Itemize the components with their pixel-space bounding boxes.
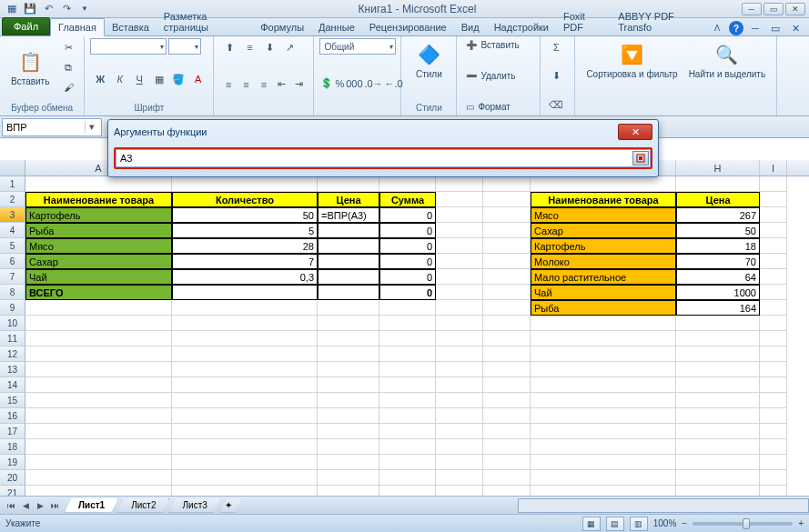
function-arguments-dialog[interactable]: Аргументы функции ✕ <box>107 119 659 177</box>
file-tab[interactable]: Файл <box>2 17 50 35</box>
undo-icon[interactable]: ↶ <box>40 2 56 16</box>
delete-cells-button[interactable]: ➖Удалить <box>462 69 534 83</box>
tab-view[interactable]: Вид <box>454 19 487 35</box>
inc-decimal-button[interactable]: .0→ <box>364 75 384 93</box>
tab-review[interactable]: Рецензирование <box>362 19 454 35</box>
sheet-area: A B C D E F G H I 1 2 Наименование товар… <box>0 160 809 496</box>
paste-button[interactable]: 📋 Вставить <box>5 45 55 90</box>
expand-range-button[interactable] <box>632 151 649 166</box>
font-size-combo[interactable] <box>168 38 201 55</box>
tab-nav-last[interactable]: ⏭ <box>47 498 62 513</box>
tab-foxit[interactable]: Foxit PDF <box>556 8 611 35</box>
tab-page-layout[interactable]: Разметка страницы <box>157 8 253 35</box>
sheet-tab[interactable]: Лист2 <box>117 498 169 513</box>
bold-button[interactable]: Ж <box>90 70 110 88</box>
range-input[interactable] <box>116 149 651 167</box>
doc-minimize-icon[interactable]: ─ <box>747 21 763 35</box>
cut-button[interactable]: ✂ <box>58 38 78 56</box>
ribbon-tabs: Файл Главная Вставка Разметка страницы Ф… <box>0 18 809 36</box>
border-button[interactable]: ▦ <box>149 70 169 88</box>
italic-button[interactable]: К <box>110 70 130 88</box>
new-sheet-button[interactable]: ✦ <box>220 498 242 513</box>
dialog-input-wrap <box>114 147 652 169</box>
tab-data[interactable]: Данные <box>311 19 362 35</box>
horizontal-scrollbar[interactable] <box>518 498 809 513</box>
orientation-button[interactable]: ↗ <box>279 38 299 56</box>
sheet-tab[interactable]: Лист3 <box>168 498 220 513</box>
align-left-button[interactable]: ≡ <box>219 75 237 94</box>
zoom-thumb[interactable] <box>743 518 750 529</box>
tab-home[interactable]: Главная <box>50 18 105 36</box>
tab-nav-first[interactable]: ⏮ <box>4 498 18 513</box>
cell[interactable] <box>25 176 172 192</box>
indent-dec-button[interactable]: ⇤ <box>273 75 290 94</box>
redo-icon[interactable]: ↷ <box>58 2 75 16</box>
format-painter-button[interactable]: 🖌 <box>58 78 78 96</box>
minimize-button[interactable]: ─ <box>742 3 762 15</box>
save-icon[interactable]: 💾 <box>22 2 38 16</box>
doc-restore-icon[interactable]: ▭ <box>767 21 784 35</box>
delete-icon: ➖ <box>466 71 477 81</box>
tab-insert[interactable]: Вставка <box>105 19 157 35</box>
zoom-level: 100% <box>653 518 677 528</box>
cell-selected[interactable]: Картофель <box>25 207 172 223</box>
close-button[interactable]: ✕ <box>785 3 805 15</box>
tab-addins[interactable]: Надстройки <box>487 19 556 35</box>
qat-customize-icon[interactable]: ▼ <box>76 2 93 16</box>
align-right-button[interactable]: ≡ <box>255 75 272 94</box>
row-header[interactable]: 2 <box>0 192 25 207</box>
indent-inc-button[interactable]: ⇥ <box>290 75 308 94</box>
zoom-out-button[interactable]: − <box>682 518 687 528</box>
insert-cells-button[interactable]: ➕Вставить <box>462 38 534 52</box>
excel-icon[interactable]: ▦ <box>4 2 20 16</box>
name-box-dropdown-icon[interactable]: ▾ <box>85 121 97 133</box>
font-name-combo[interactable] <box>90 38 167 55</box>
dialog-titlebar[interactable]: Аргументы функции ✕ <box>108 120 658 144</box>
minimize-ribbon-icon[interactable]: ᐱ <box>709 21 725 35</box>
row-header[interactable]: 1 <box>0 176 25 192</box>
col-header-H[interactable]: H <box>676 160 760 176</box>
sort-filter-button[interactable]: 🔽 Сортировка и фильтр <box>581 38 683 83</box>
page-layout-view-button[interactable]: ▤ <box>606 517 624 531</box>
currency-button[interactable]: 💲 <box>319 75 334 93</box>
styles-button[interactable]: 🔷 Стили <box>407 38 450 83</box>
align-bottom-button[interactable]: ⬇ <box>259 38 279 56</box>
maximize-button[interactable]: ▭ <box>763 3 784 15</box>
tab-formulas[interactable]: Формулы <box>253 19 311 35</box>
tab-nav-prev[interactable]: ◀ <box>18 498 33 513</box>
sheet-tab[interactable]: Лист1 <box>65 498 118 513</box>
underline-button[interactable]: Ч <box>129 70 149 88</box>
cell[interactable]: Наименование товара <box>25 192 172 207</box>
fill-color-button[interactable]: 🪣 <box>168 70 188 88</box>
comma-button[interactable]: 000 <box>345 75 363 93</box>
tab-abbyy[interactable]: ABBYY PDF Transfo <box>611 8 709 35</box>
select-all-corner[interactable] <box>0 160 25 176</box>
dialog-close-button[interactable]: ✕ <box>618 124 652 140</box>
col-header-I[interactable]: I <box>760 160 787 176</box>
normal-view-button[interactable]: ▦ <box>582 517 601 531</box>
align-middle-button[interactable]: ≡ <box>239 38 259 56</box>
page-break-view-button[interactable]: ▥ <box>630 517 648 531</box>
zoom-in-button[interactable]: + <box>798 518 804 528</box>
tab-nav-next[interactable]: ▶ <box>33 498 47 513</box>
copy-button[interactable]: ⧉ <box>58 58 78 76</box>
clear-button[interactable]: ⌫ <box>546 95 566 114</box>
styles-icon: 🔷 <box>416 42 441 67</box>
doc-close-icon[interactable]: ✕ <box>787 21 804 35</box>
format-icon: ▭ <box>466 102 474 112</box>
help-icon[interactable]: ? <box>729 21 743 35</box>
autosum-button[interactable]: Σ <box>546 38 566 56</box>
font-color-button[interactable]: A <box>188 70 208 88</box>
find-select-button[interactable]: 🔍 Найти и выделить <box>683 38 771 83</box>
align-center-button[interactable]: ≡ <box>238 75 255 94</box>
align-top-button[interactable]: ⬆ <box>219 38 239 56</box>
name-box[interactable]: ВПР ▾ <box>2 118 102 136</box>
row-header[interactable]: 3 <box>0 207 25 223</box>
percent-button[interactable]: % <box>334 75 345 93</box>
zoom-slider[interactable] <box>693 522 793 526</box>
number-format-combo[interactable]: Общий <box>319 38 396 55</box>
grid-body[interactable]: 1 2 Наименование товара Количество Цена … <box>0 176 809 496</box>
format-cells-button[interactable]: ▭Формат <box>462 100 534 114</box>
fill-button[interactable]: ⬇ <box>546 67 566 85</box>
dec-decimal-button[interactable]: ←.0 <box>384 75 404 93</box>
